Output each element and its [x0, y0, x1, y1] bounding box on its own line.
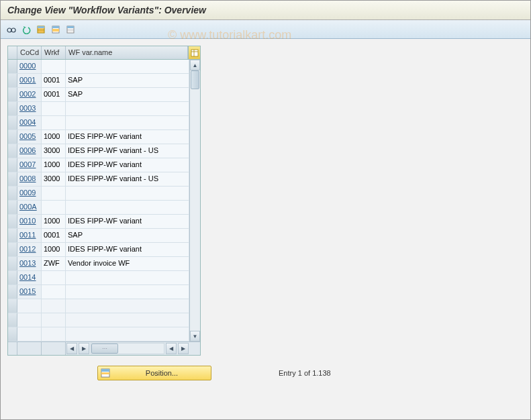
change-button[interactable]: [5, 23, 18, 36]
select-all-button[interactable]: [34, 23, 48, 36]
cell-name[interactable]: [66, 299, 189, 313]
cell-name[interactable]: [66, 271, 189, 284]
cell-wrkf[interactable]: 0001: [42, 88, 66, 101]
cell-name[interactable]: SAP: [66, 229, 189, 242]
cell-wrkf[interactable]: [42, 313, 66, 327]
cell-wrkf[interactable]: [42, 201, 66, 214]
cell-wrkf[interactable]: [42, 285, 66, 299]
row-selector[interactable]: [8, 88, 17, 101]
cell-name[interactable]: IDES FIPP-WF variant: [66, 243, 189, 256]
scroll-up-button[interactable]: ▲: [190, 60, 200, 70]
cell-cocd[interactable]: 0007: [17, 158, 42, 172]
cell-wrkf[interactable]: 0001: [42, 74, 66, 87]
row-selector[interactable]: [8, 215, 17, 228]
cell-name[interactable]: [66, 116, 189, 129]
cell-cocd[interactable]: 000A: [17, 201, 42, 214]
hscroll-left2-button[interactable]: ◀: [166, 343, 177, 354]
cell-cocd[interactable]: 0014: [17, 271, 42, 284]
hscroll-right1-button[interactable]: ▶: [79, 343, 89, 354]
hscroll-right-button[interactable]: ▶: [178, 343, 189, 354]
cell-name[interactable]: [66, 327, 189, 341]
cell-name[interactable]: [66, 187, 189, 200]
position-button[interactable]: Position...: [97, 366, 211, 380]
row-selector[interactable]: [8, 313, 17, 327]
column-header-wrkf[interactable]: Wrkf: [42, 46, 66, 59]
row-selector[interactable]: [8, 229, 17, 242]
cell-wrkf[interactable]: 1000: [42, 243, 66, 256]
vertical-scrollbar[interactable]: ▲ ▼: [189, 60, 200, 342]
column-header-cocd[interactable]: CoCd: [17, 46, 42, 59]
cell-name[interactable]: [66, 313, 189, 327]
row-selector[interactable]: [8, 74, 17, 87]
cell-cocd[interactable]: 0008: [17, 172, 42, 186]
row-selector[interactable]: [8, 327, 17, 341]
row-selector[interactable]: [8, 172, 17, 186]
row-selector[interactable]: [8, 285, 17, 299]
cell-cocd[interactable]: 0003: [17, 102, 42, 115]
column-header-name[interactable]: WF var.name: [66, 46, 188, 59]
row-selector[interactable]: [8, 102, 17, 115]
cell-name[interactable]: [66, 102, 189, 115]
cell-cocd[interactable]: 0013: [17, 257, 42, 270]
cell-name[interactable]: IDES FIPP-WF variant - US: [66, 144, 189, 158]
cell-cocd[interactable]: 0002: [17, 88, 42, 101]
cell-wrkf[interactable]: [42, 116, 66, 129]
cell-wrkf[interactable]: [42, 327, 66, 341]
cell-wrkf[interactable]: 3000: [42, 172, 66, 186]
cell-name[interactable]: SAP: [66, 74, 189, 87]
cell-name[interactable]: IDES FIPP-WF variant: [66, 158, 189, 172]
select-block-button[interactable]: [49, 23, 62, 36]
table-configure-button[interactable]: [188, 46, 200, 59]
row-selector[interactable]: [8, 60, 17, 73]
row-selector[interactable]: [8, 243, 17, 256]
cell-cocd[interactable]: 0011: [17, 229, 42, 242]
cell-wrkf[interactable]: 0001: [42, 229, 66, 242]
row-selector[interactable]: [8, 271, 17, 284]
hscroll-thumb[interactable]: ⋯: [91, 344, 118, 354]
cell-wrkf[interactable]: [42, 60, 66, 73]
cell-name[interactable]: Vendor invoice WF: [66, 257, 189, 270]
cell-cocd[interactable]: [17, 313, 42, 327]
cell-wrkf[interactable]: 1000: [42, 215, 66, 228]
row-selector[interactable]: [8, 158, 17, 172]
cell-wrkf[interactable]: ZWF: [42, 257, 66, 270]
cell-wrkf[interactable]: 1000: [42, 158, 66, 172]
cell-cocd[interactable]: [17, 327, 42, 341]
hscroll-track[interactable]: ⋯: [91, 343, 164, 354]
header-selector-col[interactable]: [8, 46, 17, 59]
cell-name[interactable]: SAP: [66, 88, 189, 101]
scroll-track[interactable]: [190, 70, 200, 331]
cell-wrkf[interactable]: 1000: [42, 130, 66, 144]
cell-name[interactable]: [66, 201, 189, 214]
row-selector[interactable]: [8, 116, 17, 129]
cell-name[interactable]: [66, 285, 189, 299]
cell-cocd[interactable]: 0000: [17, 60, 42, 73]
scroll-thumb[interactable]: [191, 70, 199, 89]
hscroll-left-button[interactable]: ◀: [66, 343, 77, 354]
cell-wrkf[interactable]: [42, 271, 66, 284]
cell-wrkf[interactable]: [42, 187, 66, 200]
row-selector[interactable]: [8, 144, 17, 158]
undo-button[interactable]: [19, 23, 33, 36]
cell-name[interactable]: [66, 60, 189, 73]
cell-name[interactable]: IDES FIPP-WF variant: [66, 130, 189, 144]
cell-name[interactable]: IDES FIPP-WF variant - US: [66, 172, 189, 186]
cell-cocd[interactable]: 0001: [17, 74, 42, 87]
cell-cocd[interactable]: 0015: [17, 285, 42, 299]
cell-cocd[interactable]: 0005: [17, 130, 42, 144]
cell-cocd[interactable]: 0004: [17, 116, 42, 129]
cell-cocd[interactable]: [17, 299, 42, 313]
row-selector[interactable]: [8, 299, 17, 313]
cell-wrkf[interactable]: [42, 299, 66, 313]
row-selector[interactable]: [8, 130, 17, 144]
row-selector[interactable]: [8, 257, 17, 270]
cell-name[interactable]: IDES FIPP-WF variant: [66, 215, 189, 228]
cell-cocd[interactable]: 0009: [17, 187, 42, 200]
cell-cocd[interactable]: 0012: [17, 243, 42, 256]
cell-wrkf[interactable]: [42, 102, 66, 115]
cell-wrkf[interactable]: 3000: [42, 144, 66, 158]
row-selector[interactable]: [8, 187, 17, 200]
scroll-down-button[interactable]: ▼: [190, 331, 200, 342]
cell-cocd[interactable]: 0010: [17, 215, 42, 228]
deselect-all-button[interactable]: [64, 23, 77, 36]
